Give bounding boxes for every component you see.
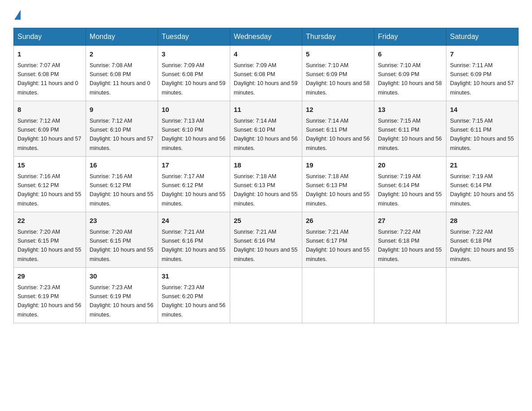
calendar-cell: 8Sunrise: 7:12 AMSunset: 6:09 PMDaylight… — [14, 101, 86, 157]
calendar-cell: 30Sunrise: 7:23 AMSunset: 6:19 PMDayligh… — [86, 268, 158, 323]
calendar-cell — [446, 268, 519, 323]
calendar-table: SundayMondayTuesdayWednesdayThursdayFrid… — [13, 28, 519, 323]
day-info: Sunrise: 7:19 AMSunset: 6:14 PMDaylight:… — [378, 173, 442, 207]
day-info: Sunrise: 7:14 AMSunset: 6:10 PMDaylight:… — [234, 118, 297, 151]
day-info: Sunrise: 7:09 AMSunset: 6:08 PMDaylight:… — [162, 62, 225, 96]
day-number: 16 — [90, 160, 154, 171]
day-number: 14 — [450, 105, 515, 115]
calendar-cell: 18Sunrise: 7:18 AMSunset: 6:13 PMDayligh… — [230, 157, 302, 212]
calendar-week-row: 29Sunrise: 7:23 AMSunset: 6:19 PMDayligh… — [14, 268, 519, 323]
day-info: Sunrise: 7:15 AMSunset: 6:11 PMDaylight:… — [378, 118, 442, 151]
day-number: 10 — [162, 105, 226, 115]
calendar-cell: 6Sunrise: 7:10 AMSunset: 6:09 PMDaylight… — [374, 46, 446, 101]
calendar-cell: 13Sunrise: 7:15 AMSunset: 6:11 PMDayligh… — [374, 101, 446, 157]
calendar-cell: 4Sunrise: 7:09 AMSunset: 6:08 PMDaylight… — [230, 46, 302, 101]
day-number: 22 — [17, 216, 82, 226]
day-number: 11 — [234, 105, 298, 115]
calendar-cell: 7Sunrise: 7:11 AMSunset: 6:09 PMDaylight… — [446, 46, 519, 101]
calendar-cell: 24Sunrise: 7:21 AMSunset: 6:16 PMDayligh… — [158, 212, 230, 268]
calendar-cell: 27Sunrise: 7:22 AMSunset: 6:18 PMDayligh… — [374, 212, 446, 268]
day-number: 5 — [306, 49, 370, 60]
calendar-cell: 28Sunrise: 7:22 AMSunset: 6:18 PMDayligh… — [446, 212, 519, 268]
day-number: 31 — [162, 271, 226, 282]
day-info: Sunrise: 7:07 AMSunset: 6:08 PMDaylight:… — [17, 62, 78, 96]
day-number: 7 — [450, 49, 515, 60]
day-number: 9 — [90, 105, 154, 115]
day-info: Sunrise: 7:08 AMSunset: 6:08 PMDaylight:… — [90, 62, 150, 96]
calendar-cell: 16Sunrise: 7:16 AMSunset: 6:12 PMDayligh… — [86, 157, 158, 212]
calendar-cell: 3Sunrise: 7:09 AMSunset: 6:08 PMDaylight… — [158, 46, 230, 101]
day-info: Sunrise: 7:10 AMSunset: 6:09 PMDaylight:… — [306, 62, 369, 96]
calendar-cell: 25Sunrise: 7:21 AMSunset: 6:16 PMDayligh… — [230, 212, 302, 268]
day-info: Sunrise: 7:20 AMSunset: 6:15 PMDaylight:… — [90, 229, 153, 262]
calendar-week-row: 22Sunrise: 7:20 AMSunset: 6:15 PMDayligh… — [14, 212, 519, 268]
day-number: 8 — [17, 105, 82, 115]
day-info: Sunrise: 7:12 AMSunset: 6:09 PMDaylight:… — [17, 118, 81, 151]
day-info: Sunrise: 7:23 AMSunset: 6:20 PMDaylight:… — [162, 284, 225, 318]
day-number: 3 — [162, 49, 226, 60]
day-info: Sunrise: 7:21 AMSunset: 6:16 PMDaylight:… — [234, 229, 297, 262]
calendar-cell: 26Sunrise: 7:21 AMSunset: 6:17 PMDayligh… — [302, 212, 374, 268]
calendar-cell: 17Sunrise: 7:17 AMSunset: 6:12 PMDayligh… — [158, 157, 230, 212]
day-number: 2 — [90, 49, 154, 60]
calendar-cell: 9Sunrise: 7:12 AMSunset: 6:10 PMDaylight… — [86, 101, 158, 157]
calendar-cell: 31Sunrise: 7:23 AMSunset: 6:20 PMDayligh… — [158, 268, 230, 323]
day-info: Sunrise: 7:11 AMSunset: 6:09 PMDaylight:… — [450, 62, 514, 96]
calendar-cell — [230, 268, 302, 323]
day-number: 1 — [17, 49, 82, 60]
day-info: Sunrise: 7:22 AMSunset: 6:18 PMDaylight:… — [450, 229, 514, 262]
logo-triangle-icon — [14, 10, 21, 20]
calendar-cell: 20Sunrise: 7:19 AMSunset: 6:14 PMDayligh… — [374, 157, 446, 212]
day-info: Sunrise: 7:17 AMSunset: 6:12 PMDaylight:… — [162, 173, 225, 207]
weekday-header-friday: Friday — [374, 28, 446, 46]
day-number: 30 — [90, 271, 154, 282]
day-number: 29 — [17, 271, 82, 282]
weekday-header-row: SundayMondayTuesdayWednesdayThursdayFrid… — [14, 28, 519, 46]
day-number: 25 — [234, 216, 298, 226]
day-info: Sunrise: 7:18 AMSunset: 6:13 PMDaylight:… — [234, 173, 297, 207]
day-number: 24 — [162, 216, 226, 226]
day-number: 13 — [378, 105, 442, 115]
day-number: 27 — [378, 216, 442, 226]
calendar-cell: 14Sunrise: 7:15 AMSunset: 6:11 PMDayligh… — [446, 101, 519, 157]
weekday-header-monday: Monday — [86, 28, 158, 46]
day-number: 23 — [90, 216, 154, 226]
day-info: Sunrise: 7:09 AMSunset: 6:08 PMDaylight:… — [234, 62, 297, 96]
day-number: 19 — [306, 160, 370, 171]
day-info: Sunrise: 7:13 AMSunset: 6:10 PMDaylight:… — [162, 118, 225, 151]
logo — [13, 9, 21, 20]
day-info: Sunrise: 7:21 AMSunset: 6:16 PMDaylight:… — [162, 229, 225, 262]
day-number: 12 — [306, 105, 370, 115]
calendar-week-row: 15Sunrise: 7:16 AMSunset: 6:12 PMDayligh… — [14, 157, 519, 212]
day-number: 15 — [17, 160, 82, 171]
calendar-cell: 10Sunrise: 7:13 AMSunset: 6:10 PMDayligh… — [158, 101, 230, 157]
weekday-header-sunday: Sunday — [14, 28, 86, 46]
day-info: Sunrise: 7:16 AMSunset: 6:12 PMDaylight:… — [90, 173, 153, 207]
day-info: Sunrise: 7:22 AMSunset: 6:18 PMDaylight:… — [378, 229, 442, 262]
day-number: 21 — [450, 160, 515, 171]
day-number: 4 — [234, 49, 298, 60]
day-info: Sunrise: 7:18 AMSunset: 6:13 PMDaylight:… — [306, 173, 369, 207]
calendar-cell: 5Sunrise: 7:10 AMSunset: 6:09 PMDaylight… — [302, 46, 374, 101]
calendar-cell: 19Sunrise: 7:18 AMSunset: 6:13 PMDayligh… — [302, 157, 374, 212]
calendar-cell — [302, 268, 374, 323]
calendar-cell: 22Sunrise: 7:20 AMSunset: 6:15 PMDayligh… — [14, 212, 86, 268]
calendar-cell: 12Sunrise: 7:14 AMSunset: 6:11 PMDayligh… — [302, 101, 374, 157]
day-info: Sunrise: 7:15 AMSunset: 6:11 PMDaylight:… — [450, 118, 514, 151]
calendar-cell: 21Sunrise: 7:19 AMSunset: 6:14 PMDayligh… — [446, 157, 519, 212]
day-info: Sunrise: 7:14 AMSunset: 6:11 PMDaylight:… — [306, 118, 369, 151]
day-number: 20 — [378, 160, 442, 171]
day-info: Sunrise: 7:23 AMSunset: 6:19 PMDaylight:… — [17, 284, 81, 318]
day-info: Sunrise: 7:19 AMSunset: 6:14 PMDaylight:… — [450, 173, 514, 207]
calendar-cell: 1Sunrise: 7:07 AMSunset: 6:08 PMDaylight… — [14, 46, 86, 101]
day-info: Sunrise: 7:12 AMSunset: 6:10 PMDaylight:… — [90, 118, 153, 151]
day-number: 26 — [306, 216, 370, 226]
day-info: Sunrise: 7:21 AMSunset: 6:17 PMDaylight:… — [306, 229, 369, 262]
day-number: 18 — [234, 160, 298, 171]
calendar-cell: 2Sunrise: 7:08 AMSunset: 6:08 PMDaylight… — [86, 46, 158, 101]
day-number: 6 — [378, 49, 442, 60]
calendar-cell: 29Sunrise: 7:23 AMSunset: 6:19 PMDayligh… — [14, 268, 86, 323]
day-info: Sunrise: 7:16 AMSunset: 6:12 PMDaylight:… — [17, 173, 81, 207]
day-number: 28 — [450, 216, 515, 226]
calendar-cell: 15Sunrise: 7:16 AMSunset: 6:12 PMDayligh… — [14, 157, 86, 212]
